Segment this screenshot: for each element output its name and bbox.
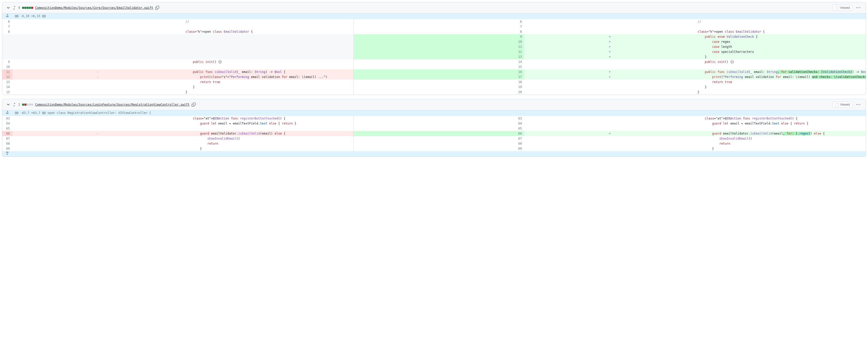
code-cell-left[interactable]: } — [183, 85, 354, 90]
line-number-right[interactable]: 63 — [354, 116, 525, 121]
line-number-left[interactable] — [2, 44, 12, 49]
line-number-right[interactable]: 67 — [354, 136, 525, 141]
line-number-right[interactable]: 16 — [354, 69, 525, 74]
line-number-right[interactable]: 6 — [354, 19, 525, 24]
viewed-toggle[interactable]: Viewed — [833, 5, 852, 11]
line-number-right[interactable]: 18 — [354, 80, 525, 85]
collapse-file-icon[interactable] — [6, 6, 10, 10]
code-cell-left[interactable] — [183, 34, 354, 39]
collapse-file-icon[interactable] — [6, 102, 10, 106]
code-cell-left[interactable] — [183, 44, 354, 49]
code-cell-left[interactable]: } — [183, 146, 354, 151]
expand-all-icon[interactable] — [12, 102, 17, 106]
expand-down-icon[interactable] — [2, 151, 12, 157]
code-cell-right[interactable]: public init() {} — [695, 59, 866, 64]
line-number-right[interactable]: 19 — [354, 85, 525, 90]
code-cell-right[interactable]: } — [695, 146, 866, 151]
line-number-left[interactable] — [2, 49, 12, 54]
code-cell-right[interactable] — [695, 126, 866, 131]
code-cell-right[interactable]: showInvalidEmail() — [695, 136, 866, 141]
line-number-left[interactable]: 10 — [2, 64, 12, 69]
line-number-right[interactable]: 20 — [354, 90, 525, 95]
line-number-left[interactable]: 6 — [2, 19, 12, 24]
code-cell-right[interactable]: guard emailValidator.isEmailValid(email,… — [695, 131, 866, 136]
code-cell-right[interactable]: return — [695, 141, 866, 146]
line-number-right[interactable]: 9 — [354, 34, 525, 39]
code-cell-left[interactable]: showInvalidEmail() — [183, 136, 354, 141]
line-number-left[interactable]: 12 — [2, 74, 12, 80]
code-cell-left[interactable] — [183, 24, 354, 29]
line-number-left[interactable]: 13 — [2, 80, 12, 85]
line-number-left[interactable]: 8 — [2, 29, 12, 34]
line-number-right[interactable]: 69 — [354, 146, 525, 151]
line-number-left[interactable]: 69 — [2, 146, 12, 151]
code-cell-left[interactable] — [183, 54, 354, 59]
line-number-right[interactable]: 7 — [354, 24, 525, 29]
line-number-left[interactable]: 67 — [2, 136, 12, 141]
line-number-left[interactable] — [2, 54, 12, 59]
line-number-right[interactable]: 68 — [354, 141, 525, 146]
code-cell-left[interactable]: return true — [183, 80, 354, 85]
code-cell-right[interactable] — [695, 24, 866, 29]
expand-all-icon[interactable] — [12, 6, 17, 10]
code-cell-right[interactable]: class="k">open class EmailValidator { — [695, 29, 866, 34]
code-cell-right[interactable]: class="at">@IBAction func registerButton… — [695, 116, 866, 121]
code-cell-right[interactable]: case regex — [695, 39, 866, 44]
viewed-toggle[interactable]: Viewed — [833, 102, 852, 107]
line-number-left[interactable]: 65 — [2, 126, 12, 131]
code-cell-right[interactable]: public func isEmailValid(_ email: String… — [695, 69, 866, 74]
copy-path-icon[interactable] — [192, 102, 196, 106]
code-cell-left[interactable]: guard let email = emailTextField.text el… — [183, 121, 354, 126]
line-number-right[interactable]: 10 — [354, 39, 525, 44]
code-cell-right[interactable]: public enum ValidationCheck { — [695, 34, 866, 39]
line-number-left[interactable] — [2, 39, 12, 44]
line-number-right[interactable]: 11 — [354, 44, 525, 49]
code-cell-left[interactable]: public func isEmailValid(_ email: String… — [183, 69, 354, 74]
code-cell-right[interactable]: } — [695, 90, 866, 95]
line-number-right[interactable]: 13 — [354, 54, 525, 59]
code-cell-right[interactable]: guard let email = emailTextField.text el… — [695, 121, 866, 126]
line-number-right[interactable]: 15 — [354, 64, 525, 69]
code-cell-right[interactable] — [695, 64, 866, 69]
line-number-left[interactable]: 14 — [2, 85, 12, 90]
line-number-right[interactable]: 66 — [354, 131, 525, 136]
code-cell-left[interactable] — [183, 126, 354, 131]
line-number-right[interactable]: 17 — [354, 74, 525, 80]
code-cell-right[interactable]: print("Performing email validation for e… — [695, 74, 866, 80]
code-cell-right[interactable]: } — [695, 54, 866, 59]
line-number-left[interactable]: 66 — [2, 131, 12, 136]
code-cell-left[interactable] — [183, 64, 354, 69]
expand-up-icon[interactable] — [2, 111, 12, 116]
line-number-right[interactable]: 8 — [354, 29, 525, 34]
line-number-left[interactable]: 64 — [2, 121, 12, 126]
line-number-left[interactable] — [2, 34, 12, 39]
code-cell-right[interactable]: case length — [695, 44, 866, 49]
line-number-left[interactable]: 63 — [2, 116, 12, 121]
expand-up-icon[interactable] — [2, 13, 12, 19]
line-number-right[interactable]: 64 — [354, 121, 525, 126]
file-path-link[interactable]: CompositionDemo/Modules/Sources/Core/Sou… — [35, 6, 153, 9]
code-cell-left[interactable]: class="k">open class EmailValidator { — [183, 29, 354, 34]
code-cell-left[interactable]: // — [183, 19, 354, 24]
code-cell-right[interactable]: } — [695, 85, 866, 90]
code-cell-left[interactable]: return — [183, 141, 354, 146]
file-menu-icon[interactable] — [855, 4, 862, 11]
copy-path-icon[interactable] — [155, 6, 159, 10]
file-path-link[interactable]: CompositionDemo/Modules/Sources/LoginFea… — [35, 103, 190, 106]
line-number-left[interactable]: 7 — [2, 24, 12, 29]
line-number-right[interactable]: 14 — [354, 59, 525, 64]
line-number-left[interactable]: 15 — [2, 90, 12, 95]
code-cell-left[interactable]: } — [183, 90, 354, 95]
code-cell-left[interactable] — [183, 49, 354, 54]
line-number-right[interactable]: 12 — [354, 49, 525, 54]
line-number-left[interactable]: 11 — [2, 69, 12, 74]
code-cell-right[interactable]: return true — [695, 80, 866, 85]
code-cell-left[interactable]: public init() {} — [183, 59, 354, 64]
code-cell-left[interactable]: print(class="s">"Performing email valida… — [183, 74, 354, 80]
line-number-left[interactable]: 9 — [2, 59, 12, 64]
code-cell-left[interactable] — [183, 39, 354, 44]
line-number-left[interactable]: 68 — [2, 141, 12, 146]
code-cell-left[interactable]: guard emailValidator.isEmailValid(email)… — [183, 131, 354, 136]
code-cell-right[interactable]: case specialCharracters — [695, 49, 866, 54]
line-number-right[interactable]: 65 — [354, 126, 525, 131]
